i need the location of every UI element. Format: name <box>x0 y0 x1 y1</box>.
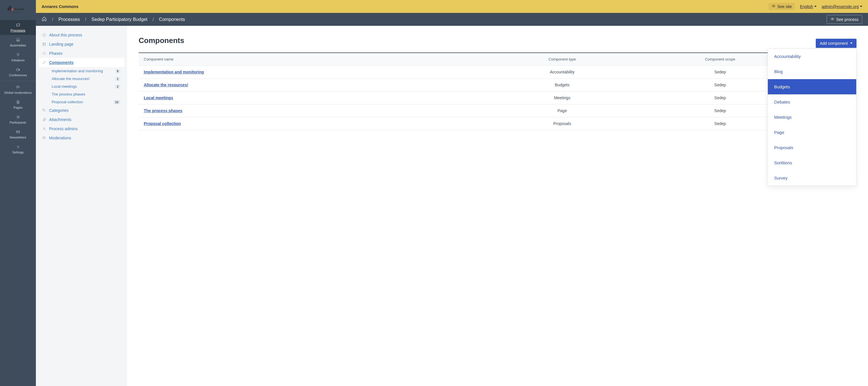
user-menu[interactable]: admin@example.org <box>822 4 862 9</box>
sublink-allocate[interactable]: Allocate the resources! 1 <box>43 75 124 82</box>
dropdown-budgets[interactable]: Budgets <box>768 79 856 94</box>
see-site-button[interactable]: See site <box>769 3 795 10</box>
svg-point-11 <box>832 19 833 20</box>
sublink-label: Proposal collection <box>52 100 83 104</box>
add-component-label: Add component <box>820 41 848 45</box>
breadcrumb-process-name[interactable]: Sedep Participatory Budget <box>92 17 148 22</box>
breadcrumb-processes[interactable]: Processes <box>58 17 80 22</box>
component-link[interactable]: Local meetings <box>144 96 173 100</box>
nav-divider <box>0 81 36 81</box>
sidebar-categories[interactable]: Categories <box>39 106 124 115</box>
svg-point-5 <box>17 54 19 55</box>
dropdown-accountability[interactable]: Accountability <box>768 49 856 64</box>
puzzle-icon <box>42 61 46 65</box>
component-type: Page <box>483 104 641 117</box>
main-panel: Components Add component Accountability … <box>127 26 868 386</box>
language-selector[interactable]: English <box>800 4 817 9</box>
table-row: The process phases Page Sedep <box>138 104 857 117</box>
site-title: Annares Commons <box>42 4 79 9</box>
lightbulb-icon <box>16 53 20 57</box>
sublink-label: Allocate the resources! <box>52 77 90 81</box>
dropdown-page[interactable]: Page <box>768 125 856 140</box>
dropdown-meetings[interactable]: Meetings <box>768 110 856 125</box>
component-link[interactable]: Proposal collection <box>144 121 181 126</box>
building-icon <box>16 38 20 42</box>
user-icon <box>42 127 46 131</box>
nav-label: Initiatives <box>11 59 25 62</box>
dropdown-blog[interactable]: Blog <box>768 64 856 79</box>
svg-point-15 <box>43 128 45 129</box>
sidebar-process-admins[interactable]: Process admins <box>39 124 124 133</box>
dropdown-proposals[interactable]: Proposals <box>768 140 856 155</box>
svg-point-7 <box>17 116 18 117</box>
components-sublist: Implementation and monitoring 8 Allocate… <box>43 67 124 106</box>
nav-label: Participants <box>10 121 26 124</box>
add-component-button[interactable]: Add component <box>816 39 857 48</box>
component-link[interactable]: Allocate the resources! <box>144 82 188 87</box>
sublink-process-phases[interactable]: The process phases <box>43 90 124 98</box>
dropdown-debates[interactable]: Debates <box>768 94 856 110</box>
table-row: Local meetings Meetings Sedep <box>138 92 857 104</box>
component-link[interactable]: The process phases <box>144 108 183 113</box>
sublink-local-meetings[interactable]: Local meetings 2 <box>43 82 124 90</box>
svg-rect-9 <box>17 131 20 133</box>
nav-initiatives[interactable]: Initiatives <box>0 50 36 65</box>
logo[interactable]: decidim free open-source democracy <box>0 3 36 20</box>
sidebar-landing-page[interactable]: Landing page <box>39 40 124 49</box>
layout-icon <box>42 42 46 46</box>
sidebar-about[interactable]: About this process <box>39 30 124 40</box>
sidebar-moderations[interactable]: Moderations <box>39 133 124 143</box>
breadcrumb-home[interactable] <box>42 16 47 23</box>
topbar: Annares Commons See site English admin@e… <box>36 0 868 13</box>
svg-rect-0 <box>8 7 9 11</box>
tools-icon <box>16 145 20 149</box>
sidebar-label: Components <box>49 60 74 65</box>
sidebar-attachments[interactable]: Attachments <box>39 115 124 124</box>
add-component-dropdown: Accountability Blog Budgets Debates Meet… <box>768 48 857 186</box>
svg-point-8 <box>19 116 19 117</box>
nav-assemblies[interactable]: Assemblies <box>0 35 36 50</box>
sublink-implementation[interactable]: Implementation and monitoring 8 <box>43 67 124 75</box>
sublink-proposal-collection[interactable]: Proposal collection 10 <box>43 98 124 106</box>
page-title: Components <box>138 36 184 45</box>
nav-participants[interactable]: Participants <box>0 112 36 127</box>
file-icon <box>16 100 20 105</box>
sidebar-label: Phases <box>49 51 63 56</box>
nav-global-moderations[interactable]: Global moderations <box>0 82 36 97</box>
content: About this process Landing page Phases C… <box>36 26 868 386</box>
sidebar-label: Categories <box>49 108 69 113</box>
component-type: Accountability <box>483 66 641 78</box>
dropdown-survey[interactable]: Survey <box>768 170 856 185</box>
component-type: Proposals <box>483 117 641 130</box>
table-row: Proposal collection Proposals Sedep <box>138 117 857 130</box>
breadcrumb-current[interactable]: Components <box>159 17 185 22</box>
nav-newsletters[interactable]: Newsletters <box>0 127 36 142</box>
svg-text:decidim: decidim <box>14 8 24 11</box>
nav-settings[interactable]: Settings <box>0 142 36 157</box>
components-table: Component name Component type Component … <box>138 52 857 130</box>
mail-icon <box>16 130 20 135</box>
user-email-label: admin@example.org <box>822 4 859 9</box>
see-process-button[interactable]: See process <box>827 15 862 24</box>
svg-rect-13 <box>43 43 45 45</box>
sidebar-phases[interactable]: Phases <box>39 49 124 58</box>
nav-conferences[interactable]: Conferences <box>0 65 36 80</box>
sidebar-label: About this process <box>49 33 82 37</box>
count-badge: 8 <box>115 69 120 73</box>
sublink-label: Local meetings <box>52 84 76 89</box>
sidebar-label: Attachments <box>49 117 71 122</box>
dropdown-sortitions[interactable]: Sortitions <box>768 155 856 170</box>
nav-pages[interactable]: Pages <box>0 97 36 112</box>
see-site-label: See site <box>777 4 792 9</box>
svg-text:free open-source democracy: free open-source democracy <box>8 12 21 13</box>
eye-icon <box>830 17 834 22</box>
component-link[interactable]: Implementation and monitoring <box>144 70 204 74</box>
nav-label: Conferences <box>9 73 27 77</box>
sidebar-label: Moderations <box>49 136 71 140</box>
sidebar-components[interactable]: Components <box>39 58 124 67</box>
svg-rect-1 <box>9 6 11 11</box>
nav-label: Settings <box>12 150 24 154</box>
nav-processes[interactable]: Processes <box>0 20 36 35</box>
video-icon <box>16 68 20 72</box>
nav-label: Pages <box>13 106 22 109</box>
